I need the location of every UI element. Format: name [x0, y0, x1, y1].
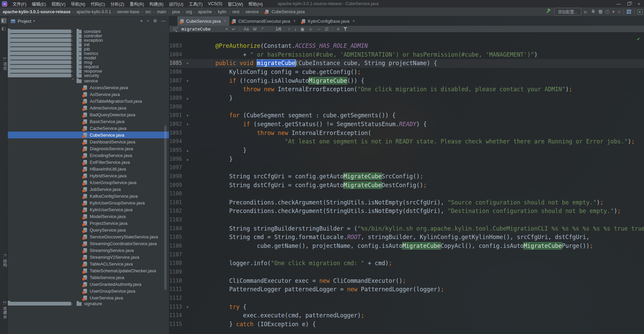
stripe-label-favorites[interactable]: 2: 收藏夹: [0, 301, 7, 319]
chevron-right-icon[interactable]: ›: [71, 301, 77, 306]
menu-item-12[interactable]: 帮助(H): [246, 0, 265, 7]
secondary-tool-window-button[interactable]: [1, 26, 7, 32]
code-line-1106[interactable]: 1106 cube.getName(), projectName, config…: [169, 242, 644, 251]
tree-item-UserService-java[interactable]: UserService.java: [8, 294, 169, 301]
chevron-right-icon[interactable]: ›: [71, 60, 77, 65]
add-occurrence-icon[interactable]: ＋: [308, 26, 313, 32]
chevron-expanded-icon[interactable]: ›: [71, 78, 76, 84]
tree-item-constant[interactable]: ›constant: [8, 30, 71, 33]
chevron-right-icon[interactable]: ›: [71, 42, 77, 47]
coverage-icon[interactable]: [599, 10, 602, 14]
collapse-all-icon[interactable]: ÷: [147, 18, 149, 24]
tree-item-EncodingService-java[interactable]: EncodingService.java: [8, 152, 169, 159]
tree-item-UserGroupService-java[interactable]: UserGroupService.java: [8, 288, 169, 294]
project-tool-window-button[interactable]: [1, 18, 7, 24]
tab-close-icon[interactable]: ×: [224, 19, 226, 23]
tree-item-init[interactable]: ›init: [8, 43, 71, 46]
chevron-right-icon[interactable]: ›: [71, 64, 77, 69]
code-line-1084[interactable]: 1084 + " or hasPermission(#cube, 'ADMINI…: [169, 51, 644, 59]
menu-item-8[interactable]: 运行(U): [166, 0, 186, 7]
code-line-1091[interactable]: 1091▾ for (CubeSegment segment : cube.ge…: [169, 111, 644, 120]
tree-item-KafkaConfigService-java[interactable]: KafkaConfigService.java: [8, 193, 169, 199]
code-line-1086[interactable]: 1086 KylinConfig config = cube.getConfig…: [169, 68, 644, 77]
changes-grid-icon[interactable]: [627, 9, 631, 14]
profiler-dropdown-icon[interactable]: ▾: [613, 9, 615, 14]
project-panel-title[interactable]: Project: [18, 19, 31, 24]
code-line-1102[interactable]: 1102 Preconditions.checkArgument(StringU…: [169, 207, 644, 216]
tree-item-model[interactable]: ›model: [8, 56, 71, 60]
code-line-1109[interactable]: 1109: [169, 268, 644, 277]
add-config-button[interactable]: 添加配置...: [554, 8, 581, 16]
chevron-right-icon[interactable]: ›: [71, 47, 77, 52]
menu-item-10[interactable]: VCS(S): [205, 0, 225, 7]
minimize-icon[interactable]: —: [614, 0, 624, 7]
chevron-right-icon[interactable]: ›: [71, 73, 77, 78]
menu-item-7[interactable]: 构建(B): [147, 0, 166, 7]
search-icon[interactable]: [173, 27, 176, 31]
terminal-run-icon[interactable]: ▶: [638, 9, 643, 14]
code-line-1108[interactable]: 1108 logger.info("One click migration cm…: [169, 259, 644, 268]
breadcrumb-item[interactable]: service: [245, 9, 259, 14]
tab-close-icon[interactable]: ×: [352, 19, 355, 23]
code-line-1097[interactable]: 1097: [169, 163, 644, 172]
tree-item-TableSchemaUpdateChecker-java[interactable]: TableSchemaUpdateChecker.java: [8, 267, 169, 274]
tab-close-icon[interactable]: ×: [293, 19, 296, 23]
select-all-occurrences-icon[interactable]: ☑: [325, 27, 328, 32]
tree-item-controller[interactable]: ›controller: [8, 34, 71, 38]
menu-item-11[interactable]: 窗口(W): [225, 0, 246, 7]
tree-item-signature[interactable]: ›signature: [8, 302, 71, 306]
tab-KylinConfigBase-java[interactable]: KylinConfigBase.java×: [299, 16, 358, 26]
regex-icon[interactable]: .*: [261, 27, 263, 32]
breadcrumb-item[interactable]: apache-kylin-3.0.1: [77, 9, 111, 14]
tree-item-StreamingV2Service-java[interactable]: StreamingV2Service.java: [8, 254, 169, 260]
hide-panel-icon[interactable]: ―: [161, 18, 166, 24]
fold-open-icon[interactable]: ▾: [186, 59, 189, 68]
code-line-1093[interactable]: 1093 throw new InternalErrorException(: [169, 129, 644, 138]
tree-item-AclService-java[interactable]: AclService.java: [8, 91, 169, 98]
inspection-ok-icon[interactable]: ✔: [637, 36, 640, 41]
tree-item-BadQueryDetector-java[interactable]: BadQueryDetector.java: [8, 111, 169, 118]
breadcrumb-item[interactable]: java: [172, 9, 180, 14]
search-input[interactable]: migrateCube: [181, 26, 222, 32]
fold-end-icon[interactable]: ▴: [186, 94, 189, 103]
code-line-1104[interactable]: 1104 String stringBuilderstringBuilder =…: [169, 224, 644, 233]
code-line-1112[interactable]: 1112: [169, 294, 644, 303]
menu-item-5[interactable]: 分析(Z): [108, 0, 127, 7]
fold-open-icon[interactable]: ▾: [186, 120, 189, 129]
breadcrumb-item[interactable]: kylin: [218, 9, 226, 14]
profiler-icon[interactable]: [605, 10, 609, 14]
tree-item-HybridService-java[interactable]: HybridService.java: [8, 172, 169, 179]
run-icon[interactable]: ▶: [584, 9, 588, 14]
tree-scrollbar[interactable]: [164, 125, 167, 290]
breadcrumb-item[interactable]: main: [157, 9, 166, 14]
tree-item-StreamingCoordinatorService-java[interactable]: StreamingCoordinatorService.java: [8, 240, 169, 247]
tree-item-metrics[interactable]: ›metrics: [8, 52, 71, 55]
code-line-1101[interactable]: 1101 Preconditions.checkArgument(StringU…: [169, 198, 644, 207]
code-line-1090[interactable]: 1090: [169, 103, 644, 112]
menu-item-2[interactable]: 视图(V): [49, 0, 68, 7]
code-line-1100[interactable]: 1100: [169, 190, 644, 198]
tree-item-JobService-java[interactable]: JobService.java: [8, 186, 169, 193]
tree-item-ExtFilterService-java[interactable]: ExtFilterService.java: [8, 159, 169, 165]
settings-gear-icon[interactable]: ⚙: [153, 18, 157, 24]
code-line-1103[interactable]: 1103: [169, 216, 644, 224]
breadcrumb-item[interactable]: CubeService.java: [272, 9, 305, 14]
stop-icon[interactable]: ■: [618, 9, 620, 14]
breadcrumb-item[interactable]: rest: [232, 9, 239, 14]
code-line-1107[interactable]: 1107: [169, 251, 644, 259]
newline-icon[interactable]: ↵: [232, 27, 235, 32]
tree-item-security[interactable]: ›security: [8, 74, 71, 77]
code-line-1089[interactable]: 1089▴ }: [169, 94, 644, 103]
tree-item-AclTableMigrationTool-java[interactable]: AclTableMigrationTool.java: [8, 98, 169, 104]
tree-item-HBaseInfoUtil-java[interactable]: HBaseInfoUtil.java: [8, 165, 169, 172]
words-icon[interactable]: W: [253, 27, 257, 32]
tree-item-BasicService-java[interactable]: BasicService.java: [8, 118, 169, 125]
tree-item-TableACLService-java[interactable]: TableACLService.java: [8, 260, 169, 267]
remove-occurrence-icon[interactable]: －: [317, 26, 321, 32]
tab-CliCommandExecutor-java[interactable]: CliCommandExecutor.java×: [230, 16, 299, 26]
tree-item-CubeService-java[interactable]: CubeService.java: [8, 132, 169, 138]
code-line-1115[interactable]: 1115 } catch (IOException e) {: [169, 320, 644, 329]
code-line-1099[interactable]: 1099 String dstCfgUri = config.getAutoMi…: [169, 181, 644, 190]
fold-open-icon[interactable]: ▾: [186, 77, 189, 85]
fold-end-icon[interactable]: ▴: [186, 146, 189, 155]
